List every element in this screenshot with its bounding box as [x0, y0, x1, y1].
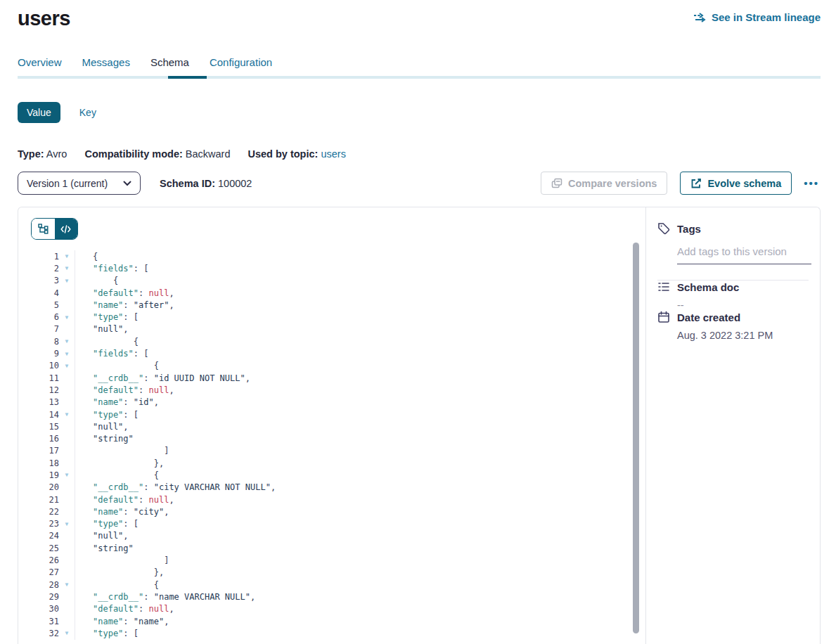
line-number: 25 — [18, 543, 59, 553]
editor-view-toggle — [31, 218, 78, 240]
code-line: 4 "default": null, — [18, 287, 645, 299]
code-line: 19▼ { — [18, 469, 645, 481]
tab-configuration[interactable]: Configuration — [210, 56, 272, 68]
fold-arrow-icon[interactable]: ▼ — [59, 253, 75, 259]
fold-arrow-icon[interactable]: ▼ — [59, 472, 75, 478]
key-toggle-button[interactable]: Key — [79, 107, 96, 118]
code-text: "null", — [75, 530, 645, 542]
code-line: 20 "__crdb__": "city VARCHAR NOT NULL", — [18, 482, 645, 494]
line-number: 13 — [18, 397, 59, 407]
version-select[interactable]: Version 1 (current) — [18, 172, 141, 195]
type-field: Type: Avro — [18, 148, 67, 160]
schema-doc-heading: Schema doc — [677, 281, 739, 293]
line-number: 8 — [18, 337, 59, 347]
line-number: 19 — [18, 470, 59, 480]
code-line: 8▼ { — [18, 335, 645, 347]
page-title: users — [18, 7, 70, 30]
code-line: 30 "default": null, — [18, 603, 645, 615]
code-text: { — [75, 360, 645, 372]
fold-arrow-icon[interactable]: ▼ — [59, 265, 75, 271]
code-text: "default": null, — [75, 494, 645, 505]
code-text: "name": "city", — [75, 505, 645, 517]
code-line: 23▼ "type": [ — [18, 518, 645, 530]
tab-bar: Overview Messages Schema Configuration — [18, 56, 821, 68]
code-text: "__crdb__": "city VARCHAR NOT NULL", — [75, 482, 645, 494]
schema-id-value: 100002 — [218, 178, 252, 189]
key-value-toggle: Value Key — [18, 102, 821, 123]
value-toggle-button[interactable]: Value — [18, 102, 60, 123]
schema-page: users See in Stream lineage Overview Mes… — [0, 0, 836, 644]
fold-arrow-icon[interactable]: ▼ — [59, 351, 75, 357]
line-number: 2 — [18, 264, 59, 273]
page-header: users See in Stream lineage — [18, 0, 821, 30]
code-line: 28▼ { — [18, 579, 645, 591]
see-in-stream-lineage-label: See in Stream lineage — [712, 11, 821, 23]
code-text: "default": null, — [75, 287, 645, 299]
tag-icon — [657, 222, 670, 235]
code-line: 21 "default": null, — [18, 494, 645, 505]
code-line: 22 "name": "city", — [18, 505, 645, 517]
code-view-icon — [60, 225, 71, 233]
line-number: 16 — [18, 434, 59, 444]
tab-overview[interactable]: Overview — [18, 56, 62, 68]
line-number: 5 — [18, 300, 59, 310]
code-line: 9▼ "fields": [ — [18, 347, 645, 359]
fold-arrow-icon[interactable]: ▼ — [59, 630, 75, 636]
code-text: { — [75, 250, 645, 262]
code-line: 15 "null", — [18, 420, 645, 432]
code-line: 7 "null", — [18, 323, 645, 335]
tab-messages[interactable]: Messages — [82, 56, 130, 68]
fold-arrow-icon[interactable]: ▼ — [59, 521, 75, 527]
line-number: 20 — [18, 482, 59, 492]
evolve-schema-button[interactable]: Evolve schema — [680, 172, 792, 195]
tree-view-button[interactable] — [32, 219, 55, 239]
code-view-button[interactable] — [55, 219, 78, 239]
code-text: { — [75, 579, 645, 591]
editor-vertical-scrollbar[interactable] — [633, 243, 639, 633]
compatibility-value: Backward — [186, 148, 231, 160]
line-number: 14 — [18, 410, 59, 420]
schema-id-label: Schema ID: — [160, 178, 215, 189]
doc-list-icon — [657, 281, 670, 293]
fold-arrow-icon[interactable]: ▼ — [59, 581, 75, 588]
line-number: 17 — [18, 446, 59, 456]
line-number: 30 — [18, 604, 59, 614]
code-line: 32▼ "type": [ — [18, 627, 645, 639]
code-text: "__crdb__": "name VARCHAR NULL", — [75, 591, 645, 603]
code-line: 24 "null", — [18, 530, 645, 542]
schema-code-editor[interactable]: 1▼{2▼ "fields": [3▼ {4 "default": null,5… — [18, 207, 646, 644]
see-in-stream-lineage-link[interactable]: See in Stream lineage — [693, 11, 821, 23]
active-tab-indicator — [168, 76, 207, 79]
fold-arrow-icon[interactable]: ▼ — [59, 338, 75, 344]
code-line: 16 "string" — [18, 432, 645, 444]
compare-versions-label: Compare versions — [568, 178, 657, 189]
tab-schema[interactable]: Schema — [150, 56, 189, 68]
line-number: 12 — [18, 385, 59, 395]
topic-link[interactable]: users — [321, 148, 345, 160]
code-text: "null", — [75, 323, 645, 335]
compare-versions-button[interactable]: Compare versions — [541, 172, 668, 195]
fold-arrow-icon[interactable]: ▼ — [59, 314, 75, 321]
line-number: 4 — [18, 288, 59, 298]
line-number: 26 — [18, 555, 59, 565]
code-text: "type": [ — [75, 518, 645, 530]
add-tags-input[interactable] — [677, 244, 811, 264]
fold-arrow-icon[interactable]: ▼ — [59, 278, 75, 284]
fold-arrow-icon[interactable]: ▼ — [59, 363, 75, 369]
evolve-schema-label: Evolve schema — [707, 178, 781, 189]
code-line: 12 "default": null, — [18, 384, 645, 396]
more-options-button[interactable]: ••• — [802, 175, 821, 191]
fold-arrow-icon[interactable]: ▼ — [59, 411, 75, 418]
chevron-down-icon — [123, 181, 131, 186]
tags-heading: Tags — [677, 223, 701, 235]
line-number: 28 — [18, 580, 59, 590]
line-number: 18 — [18, 458, 59, 468]
code-text: "fields": [ — [75, 262, 645, 274]
code-line: 5 "name": "after", — [18, 299, 645, 311]
schema-detail-panel: 1▼{2▼ "fields": [3▼ {4 "default": null,5… — [18, 207, 821, 644]
tree-view-icon — [38, 224, 49, 234]
line-number: 3 — [18, 276, 59, 285]
line-number: 24 — [18, 531, 59, 541]
code-line: 3▼ { — [18, 275, 645, 287]
code-text: ] — [75, 445, 645, 457]
